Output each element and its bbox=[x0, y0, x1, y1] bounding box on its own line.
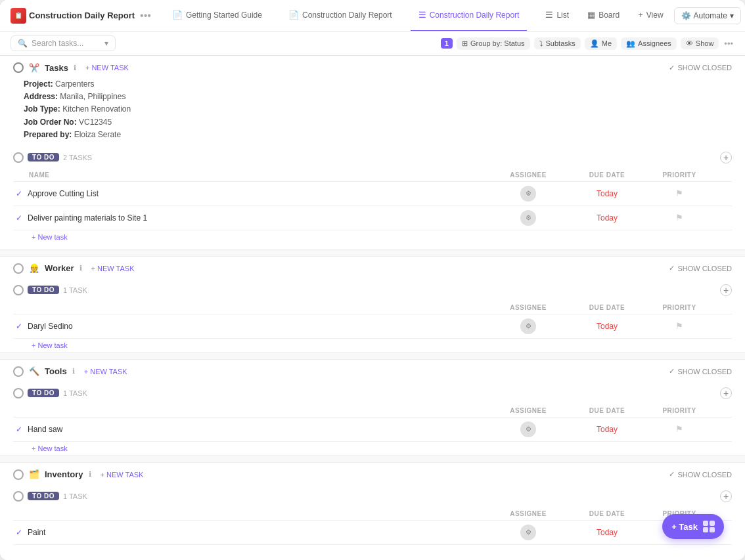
worker-col-priority: PRIORITY bbox=[646, 304, 712, 311]
new-task-button-tasks[interactable]: + NEW TASK bbox=[81, 62, 133, 73]
tools-icon: 🔨 bbox=[29, 366, 39, 376]
me-tag[interactable]: 👤 Me bbox=[585, 37, 617, 50]
subtasks-tag[interactable]: ⤵ Subtasks bbox=[534, 37, 581, 49]
worker-todo-toggle[interactable] bbox=[13, 285, 24, 295]
assignees-icon: 👥 bbox=[626, 39, 635, 48]
todo-toggle[interactable] bbox=[13, 152, 24, 163]
info-icon-worker[interactable]: ℹ bbox=[79, 264, 82, 272]
add-task-plus-btn[interactable]: + bbox=[720, 152, 732, 163]
task-name-deliver[interactable]: Deliver painting materials to Site 1 bbox=[28, 213, 147, 223]
tab-board[interactable]: ▦ Board bbox=[579, 0, 627, 32]
search-placeholder: Search tasks... bbox=[32, 39, 83, 48]
hand-saw-name[interactable]: Hand saw bbox=[28, 425, 62, 434]
show-closed-tasks[interactable]: ✓ SHOW CLOSED bbox=[669, 64, 732, 72]
job-order-value: VC12345 bbox=[79, 118, 112, 127]
check-icon-tools: ✓ bbox=[669, 367, 675, 376]
title-options-dots[interactable]: ••• bbox=[140, 10, 151, 22]
add-new-task-btn-tools[interactable]: + New task bbox=[13, 442, 732, 455]
tasks-todo-header: TO DO 2 TASKS + bbox=[13, 149, 732, 166]
fab-task-button[interactable]: + Task bbox=[662, 514, 724, 539]
add-new-task-btn-worker[interactable]: + New task bbox=[13, 339, 732, 352]
inventory-due-today: Today bbox=[597, 528, 618, 537]
inventory-check-icon[interactable]: ✓ bbox=[16, 528, 22, 537]
inventory-section-toggle[interactable] bbox=[13, 469, 24, 480]
tools-priority-flag[interactable]: ⚑ bbox=[675, 424, 683, 434]
inventory-icon: 🗂️ bbox=[29, 469, 39, 479]
section-divider-3 bbox=[0, 455, 745, 463]
priority-flag-icon[interactable]: ⚑ bbox=[675, 188, 683, 198]
filter-count-badge[interactable]: 1 bbox=[441, 38, 453, 49]
more-options-btn[interactable]: ••• bbox=[723, 37, 734, 50]
new-task-button-inventory[interactable]: + NEW TASK bbox=[97, 469, 148, 480]
worker-priority-flag[interactable]: ⚑ bbox=[675, 321, 683, 331]
avatar[interactable]: ⚙ bbox=[520, 186, 536, 202]
add-new-task-btn-tasks[interactable]: + New task bbox=[13, 230, 732, 244]
col-priority: PRIORITY bbox=[646, 171, 712, 179]
new-task-button-worker[interactable]: + NEW TASK bbox=[87, 263, 139, 274]
worker-name[interactable]: Daryl Sedino bbox=[28, 322, 73, 331]
new-task-label-worker: + NEW TASK bbox=[91, 265, 135, 272]
scissors-icon: ✂️ bbox=[29, 63, 39, 73]
tasks-section-title: Tasks bbox=[45, 63, 68, 73]
priority-flag-icon-2[interactable]: ⚑ bbox=[675, 213, 683, 223]
tab-getting-started[interactable]: 📄 Getting Started Guide bbox=[164, 0, 270, 32]
add-worker-task-btn[interactable]: + bbox=[720, 284, 732, 296]
show-closed-label-tasks: SHOW CLOSED bbox=[677, 64, 732, 72]
task-table-header: NAME ASSIGNEE DUE DATE PRIORITY bbox=[13, 169, 732, 182]
tools-todo-toggle[interactable] bbox=[13, 388, 24, 398]
tasks-section-toggle[interactable] bbox=[13, 62, 24, 73]
inventory-todo-toggle[interactable] bbox=[13, 491, 24, 502]
search-box[interactable]: 🔍 Search tasks... ▾ bbox=[11, 35, 116, 51]
tools-col-due: DUE DATE bbox=[568, 407, 646, 414]
worker-section-toggle[interactable] bbox=[13, 263, 24, 274]
tasks-todo-group: TO DO 2 TASKS + NAME ASSIGNEE DUE DATE P… bbox=[0, 149, 745, 249]
tools-col-actions bbox=[712, 407, 732, 414]
add-tools-task-btn[interactable]: + bbox=[720, 387, 732, 399]
task-name-cell-2: ✓ Deliver painting materials to Site 1 bbox=[13, 213, 489, 223]
tab-label-construction: Construction Daily Report bbox=[302, 11, 392, 20]
task-check-icon-2[interactable]: ✓ bbox=[16, 213, 22, 223]
fab-grid-dot-3 bbox=[703, 527, 708, 532]
avatar-worker[interactable]: ⚙ bbox=[520, 318, 536, 334]
info-icon-tasks[interactable]: ℹ bbox=[74, 64, 76, 72]
inventory-todo-header: TO DO 1 TASK + bbox=[13, 488, 732, 505]
tab-add-view[interactable]: + View bbox=[630, 0, 671, 32]
chevron-down-icon-search: ▾ bbox=[104, 39, 108, 48]
info-icon-inventory[interactable]: ℹ bbox=[89, 470, 91, 479]
tools-check-icon[interactable]: ✓ bbox=[16, 425, 22, 434]
new-task-label-tools: + NEW TASK bbox=[84, 368, 127, 376]
tab-construction-daily[interactable]: 📄 Construction Daily Report bbox=[281, 0, 400, 32]
fab-task-label: + Task bbox=[671, 522, 698, 532]
tools-task-name-cell: ✓ Hand saw bbox=[13, 425, 489, 434]
automate-button[interactable]: ⚙️ Automate ▾ bbox=[674, 7, 741, 24]
assignees-tag[interactable]: 👥 Assignees bbox=[621, 37, 677, 50]
add-inventory-task-btn[interactable]: + bbox=[720, 490, 732, 502]
list-icon-2: ☰ bbox=[545, 10, 553, 20]
show-tag[interactable]: 👁 Show bbox=[681, 37, 719, 49]
task-name-approve[interactable]: Approve Cutting List bbox=[28, 189, 99, 198]
tools-section-toggle[interactable] bbox=[13, 366, 24, 377]
avatar-2[interactable]: ⚙ bbox=[520, 210, 536, 226]
new-task-button-tools[interactable]: + NEW TASK bbox=[80, 366, 131, 377]
show-closed-label-inventory: SHOW CLOSED bbox=[677, 471, 732, 479]
list-icon: ☰ bbox=[418, 10, 426, 20]
tab-list[interactable]: ☰ List bbox=[537, 0, 577, 32]
paint-name[interactable]: Paint bbox=[28, 528, 45, 537]
main-content: ✂️ Tasks ℹ + NEW TASK ✓ SHOW CLOSED Proj… bbox=[0, 56, 745, 560]
tab-label-view: View bbox=[646, 11, 664, 20]
show-closed-tools[interactable]: ✓ SHOW CLOSED bbox=[669, 367, 732, 376]
show-closed-inventory[interactable]: ✓ SHOW CLOSED bbox=[669, 470, 732, 479]
worker-section-header: 👷 Worker ℹ + NEW TASK ✓ SHOW CLOSED bbox=[13, 263, 732, 276]
task-due-cell-2: Today bbox=[568, 213, 646, 223]
group-by-tag[interactable]: ⊞ Group by: Status bbox=[457, 37, 530, 50]
automate-icon: ⚙️ bbox=[681, 11, 691, 20]
task-check-icon[interactable]: ✓ bbox=[16, 189, 22, 198]
avatar-inventory[interactable]: ⚙ bbox=[520, 525, 536, 540]
show-closed-worker[interactable]: ✓ SHOW CLOSED bbox=[669, 264, 732, 272]
show-icon: 👁 bbox=[686, 39, 693, 47]
tab-construction-daily-active[interactable]: ☰ Construction Daily Report bbox=[411, 0, 528, 32]
worker-check-icon[interactable]: ✓ bbox=[16, 322, 22, 331]
avatar-tools[interactable]: ⚙ bbox=[520, 421, 536, 437]
show-closed-label-worker: SHOW CLOSED bbox=[677, 265, 732, 272]
info-icon-tools[interactable]: ℹ bbox=[72, 367, 75, 376]
